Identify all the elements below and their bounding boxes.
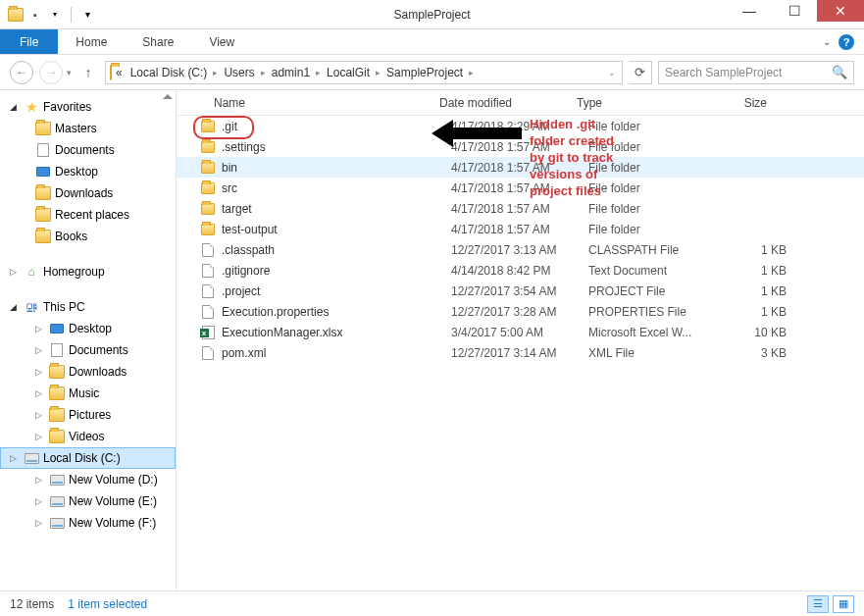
tab-view[interactable]: View (191, 29, 252, 54)
xls-icon (198, 326, 218, 339)
nav-item-desktop[interactable]: ▷Desktop (0, 318, 176, 339)
breadcrumb-dropdown-icon[interactable]: ⌄ (606, 68, 618, 77)
help-icon[interactable]: ? (839, 34, 854, 50)
file-date: 12/27/2017 3:28 AM (443, 305, 581, 319)
nav-item-documents[interactable]: Documents (0, 139, 176, 161)
search-input[interactable]: Search SampleProject 🔍 (658, 61, 854, 84)
file-row[interactable]: test-output4/17/2018 1:57 AMFile folder (177, 219, 864, 239)
navigation-pane: ◢ ★ Favorites Masters Documents Desktop … (0, 90, 177, 590)
expander-icon[interactable]: ▷ (35, 475, 45, 485)
nav-item-books[interactable]: Books (0, 226, 176, 247)
details-view-button[interactable]: ☰ (807, 595, 829, 613)
expander-icon[interactable]: ▷ (35, 496, 45, 506)
history-dropdown-icon[interactable]: ▾ (67, 68, 72, 77)
expander-icon[interactable]: ◢ (10, 102, 20, 112)
file-name: test-output (218, 223, 443, 236)
nav-item-volume-d[interactable]: ▷New Volume (D:) (0, 469, 176, 490)
nav-label: Homegroup (43, 265, 105, 279)
file-type: File folder (581, 140, 718, 154)
expander-icon[interactable]: ▷ (35, 345, 45, 355)
file-row[interactable]: .project12/27/2017 3:54 AMPROJECT File1 … (177, 281, 864, 301)
expander-icon[interactable]: ▷ (35, 518, 45, 528)
qat-overflow-icon[interactable]: ▾ (79, 7, 95, 23)
file-row[interactable]: Execution.properties12/27/2017 3:28 AMPR… (177, 301, 864, 322)
file-row[interactable]: .settings4/17/2018 1:57 AMFile folder (177, 136, 864, 157)
recent-icon (35, 207, 51, 223)
nav-item-documents[interactable]: ▷Documents (0, 339, 176, 361)
refresh-button[interactable]: ⟳ (629, 61, 652, 84)
nav-item-volume-f[interactable]: ▷New Volume (F:) (0, 512, 176, 534)
expander-icon[interactable]: ▷ (35, 324, 45, 334)
column-name[interactable]: Name (206, 96, 432, 110)
column-date[interactable]: Date modified (432, 96, 569, 110)
column-type[interactable]: Type (569, 96, 706, 110)
expander-icon[interactable]: ▷ (35, 410, 45, 420)
maximize-button[interactable]: ☐ (772, 0, 817, 22)
file-type: File folder (581, 161, 718, 175)
tab-share[interactable]: Share (125, 29, 191, 54)
properties-icon[interactable]: ▪ (27, 7, 43, 23)
minimize-button[interactable]: — (727, 0, 772, 22)
breadcrumb-item[interactable]: Users (220, 66, 258, 79)
folder-icon (198, 121, 218, 132)
breadcrumb-item[interactable]: SampleProject (382, 66, 467, 79)
nav-item-downloads[interactable]: Downloads (0, 182, 176, 204)
nav-item-pictures[interactable]: ▷Pictures (0, 404, 176, 426)
file-name: .classpath (218, 243, 443, 257)
homegroup-icon: ⌂ (24, 264, 39, 280)
expand-ribbon-icon[interactable]: ⌄ (823, 36, 831, 47)
nav-item-videos[interactable]: ▷Videos (0, 426, 176, 447)
expander-icon[interactable]: ▷ (35, 388, 45, 398)
icons-view-button[interactable]: ▦ (833, 595, 854, 613)
expander-icon[interactable]: ▷ (10, 453, 20, 463)
expander-icon[interactable]: ◢ (10, 302, 20, 312)
nav-item-downloads[interactable]: ▷Downloads (0, 361, 176, 383)
file-name: target (218, 202, 443, 216)
close-button[interactable]: ✕ (817, 0, 864, 22)
nav-item-volume-e[interactable]: ▷New Volume (E:) (0, 490, 176, 512)
file-row[interactable]: pom.xml12/27/2017 3:14 AMXML File3 KB (177, 342, 864, 363)
expander-icon[interactable]: ▷ (35, 367, 45, 377)
up-button[interactable]: ↑ (77, 62, 99, 83)
file-row[interactable]: src4/17/2018 1:57 AMFile folder (177, 178, 864, 198)
nav-item-local-disk-c[interactable]: ▷Local Disk (C:) (0, 447, 176, 469)
breadcrumb-item[interactable]: Local Disk (C:) (127, 66, 212, 79)
breadcrumb-prefix[interactable]: « (112, 66, 127, 79)
search-icon[interactable]: 🔍 (832, 65, 847, 79)
nav-item-recent[interactable]: Recent places (0, 204, 176, 226)
file-row[interactable]: .gitignore4/14/2018 8:42 PMText Document… (177, 260, 864, 281)
file-size: 1 KB (718, 264, 787, 278)
nav-item-masters[interactable]: Masters (0, 118, 176, 139)
file-row[interactable]: target4/17/2018 1:57 AMFile folder (177, 198, 864, 219)
tab-home[interactable]: Home (58, 29, 125, 54)
back-button[interactable]: ← (10, 61, 33, 84)
nav-item-music[interactable]: ▷Music (0, 383, 176, 404)
expander-icon[interactable]: ▷ (10, 267, 20, 277)
breadcrumb-item[interactable]: LocalGit (323, 66, 374, 79)
column-size[interactable]: Size (706, 96, 775, 110)
file-row[interactable]: ExecutionManager.xlsx3/4/2017 5:00 AMMic… (177, 322, 864, 342)
breadcrumb[interactable]: « Local Disk (C:)▸ Users▸ admin1▸ LocalG… (105, 61, 623, 84)
folder-icon (198, 182, 218, 194)
folder-icon (35, 185, 51, 201)
scroll-up-icon[interactable] (163, 94, 173, 99)
file-row[interactable]: .git4/17/2018 2:29 AMFile folder (177, 116, 864, 136)
file-row[interactable]: .classpath12/27/2017 3:13 AMCLASSPATH Fi… (177, 239, 864, 260)
file-date: 4/14/2018 8:42 PM (443, 264, 581, 278)
qat-dropdown-icon[interactable]: ▾ (47, 7, 63, 23)
nav-thispc[interactable]: ◢ 🖳 This PC (0, 296, 176, 318)
file-icon (198, 243, 218, 257)
file-size: 10 KB (718, 326, 787, 339)
nav-favorites[interactable]: ◢ ★ Favorites (0, 96, 176, 118)
breadcrumb-item[interactable]: admin1 (268, 66, 314, 79)
file-tab[interactable]: File (0, 29, 58, 54)
nav-item-desktop[interactable]: Desktop (0, 161, 176, 182)
forward-button[interactable]: → (39, 61, 63, 84)
file-date: 4/17/2018 1:57 AM (443, 223, 581, 236)
file-row[interactable]: bin4/17/2018 1:57 AMFile folder (177, 157, 864, 178)
file-type: File folder (581, 223, 718, 236)
nav-homegroup[interactable]: ▷ ⌂ Homegroup (0, 261, 176, 282)
expander-icon[interactable]: ▷ (35, 432, 45, 441)
folder-icon (35, 121, 51, 136)
file-size: 1 KB (718, 305, 787, 319)
